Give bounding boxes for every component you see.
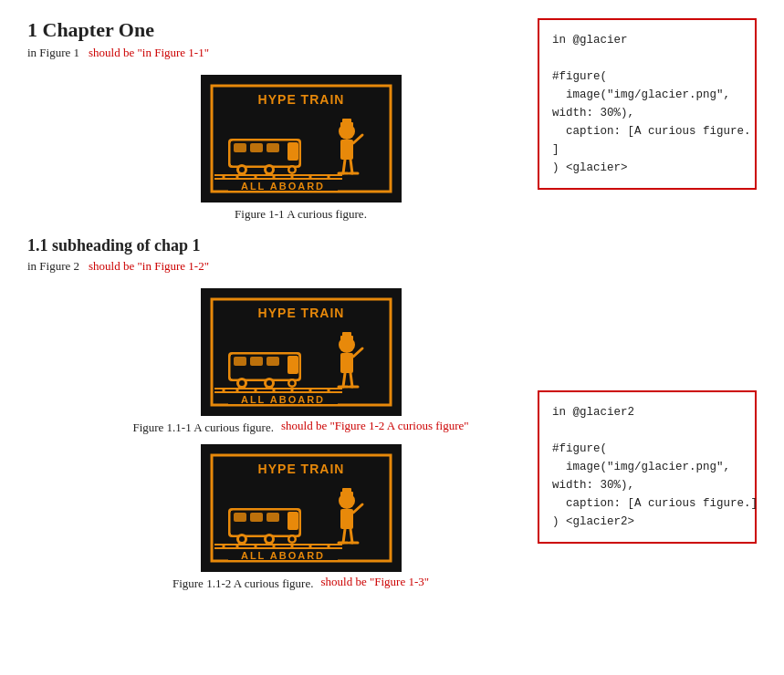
svg-text:ALL ABOARD: ALL ABOARD <box>240 394 324 405</box>
svg-point-82 <box>267 536 272 542</box>
svg-rect-40 <box>234 357 246 366</box>
code-box-2: in @glacier2 #figure( image("img/glacier… <box>538 390 757 544</box>
subheading-correction: should be "in Figure 1-2" <box>89 259 209 274</box>
svg-rect-76 <box>250 513 263 522</box>
svg-text:HYPE TRAIN: HYPE TRAIN <box>257 462 344 476</box>
figure-1-1-1-correction: should be "Figure 1-2 A curious figure" <box>281 419 469 433</box>
svg-line-64 <box>343 373 345 387</box>
figure-1-1-1: HYPE TRAIN <box>82 288 519 435</box>
chapter-number: 1 <box>27 18 37 41</box>
svg-point-84 <box>289 537 294 542</box>
code-box-1: in @glacier #figure( image("img/glacier.… <box>538 18 757 190</box>
svg-line-30 <box>350 160 352 173</box>
svg-rect-5 <box>234 143 246 152</box>
svg-rect-41 <box>250 357 263 366</box>
svg-rect-77 <box>267 513 279 522</box>
chapter-figure-ref-row: in Figure 1 should be "in Figure 1-1" <box>27 46 519 66</box>
svg-point-10 <box>239 167 245 172</box>
svg-line-65 <box>350 373 352 387</box>
figure-1-1-2: HYPE TRAIN <box>82 444 519 591</box>
figure-1-1-1-caption: Figure 1.1-1 A curious figure. <box>132 421 274 435</box>
chapter-section: 1 Chapter One in Figure 1 should be "in … <box>27 18 519 222</box>
svg-point-49 <box>289 381 294 386</box>
figure-1: HYPE TRAIN <box>82 75 519 222</box>
svg-point-12 <box>267 167 272 172</box>
subheading-label: subheading of chap 1 <box>52 236 201 254</box>
svg-text:ALL ABOARD: ALL ABOARD <box>240 550 324 561</box>
subheading-figure-ref: in Figure 2 <box>27 259 79 274</box>
svg-rect-97 <box>340 509 353 529</box>
svg-rect-27 <box>340 140 353 160</box>
figure-1-1-1-caption-row: Figure 1.1-1 A curious figure. should be… <box>132 416 468 435</box>
figure-1-1-2-image: HYPE TRAIN <box>201 444 402 572</box>
figure-1-image: HYPE TRAIN <box>201 75 402 202</box>
subheading-section: 1.1 subheading of chap 1 in Figure 2 sho… <box>27 236 519 591</box>
svg-rect-61 <box>342 332 351 338</box>
svg-rect-7 <box>267 143 279 152</box>
svg-rect-6 <box>250 143 263 152</box>
svg-rect-43 <box>287 356 298 374</box>
svg-point-47 <box>267 380 272 386</box>
figure-1-1-1-image: HYPE TRAIN <box>201 288 402 416</box>
figure-1-1-2-correction: should be "Figure 1-3" <box>320 575 429 589</box>
svg-rect-96 <box>342 488 351 493</box>
svg-rect-8 <box>287 142 298 161</box>
svg-text:ALL ABOARD: ALL ABOARD <box>240 181 324 192</box>
subheading-number: 1.1 <box>27 236 48 254</box>
figure-1-1-2-caption: Figure 1.1-2 A curious figure. <box>172 576 314 591</box>
svg-rect-26 <box>342 119 351 124</box>
svg-rect-42 <box>267 357 279 366</box>
svg-rect-62 <box>340 353 353 373</box>
right-column: in @glacier #figure( image("img/glacier.… <box>538 18 757 606</box>
svg-rect-78 <box>287 512 298 530</box>
chapter-title: Chapter One <box>43 18 154 41</box>
figure-1-1-2-caption-row: Figure 1.1-2 A curious figure. should be… <box>172 572 429 591</box>
svg-line-99 <box>343 529 345 543</box>
svg-rect-75 <box>234 513 246 522</box>
svg-point-14 <box>289 168 294 172</box>
svg-point-80 <box>239 536 245 542</box>
chapter-figure-ref: in Figure 1 <box>27 46 79 60</box>
subheading-figure-ref-row: in Figure 2 should be "in Figure 1-2" <box>27 259 519 279</box>
svg-text:HYPE TRAIN: HYPE TRAIN <box>257 306 344 320</box>
svg-line-100 <box>350 529 352 543</box>
subheading-title: 1.1 subheading of chap 1 <box>27 236 519 255</box>
svg-text:HYPE TRAIN: HYPE TRAIN <box>257 92 344 107</box>
figure-1-caption: Figure 1-1 A curious figure. <box>235 207 367 222</box>
svg-point-45 <box>239 380 245 386</box>
chapter-heading: 1 Chapter One <box>27 18 519 42</box>
chapter-correction: should be "in Figure 1-1" <box>89 46 209 60</box>
svg-line-29 <box>343 160 345 173</box>
left-column: 1 Chapter One in Figure 1 should be "in … <box>27 18 519 606</box>
